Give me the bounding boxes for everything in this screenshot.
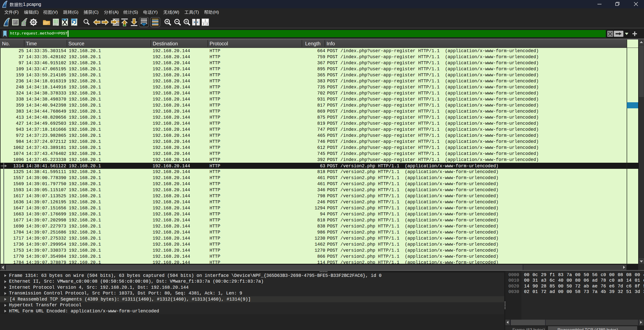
svg-text:3: 3 bbox=[206, 23, 208, 25]
svg-text:1: 1 bbox=[205, 19, 206, 22]
svg-text:2: 2 bbox=[203, 23, 204, 25]
